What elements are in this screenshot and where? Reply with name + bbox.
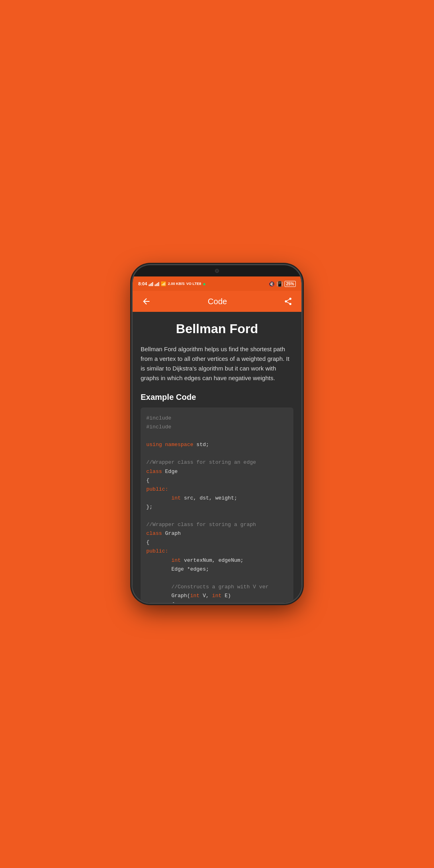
- code-line: [146, 512, 288, 520]
- time-display: 8:04: [138, 281, 147, 286]
- wifi-icon: 📶: [161, 281, 166, 287]
- code-line: //Wrapper class for storing an edge: [146, 458, 288, 467]
- battery-indicator: 25%: [285, 281, 296, 287]
- back-button[interactable]: [139, 294, 154, 309]
- code-line: [146, 432, 288, 440]
- app-bar-title: Code: [208, 297, 227, 306]
- example-code-heading: Example Code: [141, 393, 293, 402]
- code-line: //Wrapper class for storing a graph: [146, 520, 288, 529]
- code-line: Graph(int V, int E): [146, 592, 288, 600]
- front-camera: [215, 269, 219, 273]
- code-line: [146, 574, 288, 583]
- code-line: class Graph: [146, 529, 288, 538]
- signal-bars-1: [149, 281, 153, 286]
- notch-area: [133, 265, 301, 276]
- code-block: #include #include using namespace std; /…: [141, 407, 293, 603]
- status-bar: 8:04 📶 2.00 KB/S VO LTE8 ● 🔇 📳 25%: [133, 276, 301, 291]
- mute-icon: 🔇: [268, 281, 275, 287]
- share-button[interactable]: [281, 295, 295, 308]
- vibrate-icon: 📳: [276, 281, 283, 287]
- code-line: Edge *edges;: [146, 565, 288, 574]
- data-speed: 2.00 KB/S: [168, 282, 185, 286]
- status-left: 8:04 📶 2.00 KB/S VO LTE8 ●: [138, 281, 206, 287]
- back-arrow-icon: [141, 297, 151, 306]
- code-line: //Constructs a graph with V ver: [146, 583, 288, 592]
- share-icon: [284, 297, 293, 306]
- page-title: Bellman Ford: [141, 321, 293, 336]
- code-line: int src, dst, weight;: [146, 494, 288, 503]
- code-line: {: [146, 538, 288, 547]
- whatsapp-icon: ●: [203, 281, 206, 287]
- phone-frame: 8:04 📶 2.00 KB/S VO LTE8 ● 🔇 📳 25%: [133, 265, 301, 603]
- code-line: int vertexNum, edgeNum;: [146, 556, 288, 565]
- code-line: };: [146, 503, 288, 512]
- code-line: using namespace std;: [146, 440, 288, 449]
- network-type: VO LTE8: [186, 282, 201, 286]
- content-area[interactable]: Bellman Ford Bellman Ford algorithm help…: [133, 312, 301, 603]
- app-bar: Code: [133, 291, 301, 312]
- code-line: {: [146, 476, 288, 485]
- code-line: public:: [146, 547, 288, 556]
- code-line: #include: [146, 423, 288, 432]
- description-text: Bellman Ford algorithm helps us find the…: [141, 344, 293, 383]
- code-line: #include: [146, 414, 288, 423]
- signal-bars-2: [155, 281, 159, 286]
- code-line: {: [146, 600, 288, 603]
- code-line: [146, 449, 288, 458]
- status-right: 🔇 📳 25%: [268, 281, 296, 287]
- phone-screen: 8:04 📶 2.00 KB/S VO LTE8 ● 🔇 📳 25%: [133, 265, 301, 603]
- code-line: public:: [146, 485, 288, 494]
- code-line: class Edge: [146, 467, 288, 476]
